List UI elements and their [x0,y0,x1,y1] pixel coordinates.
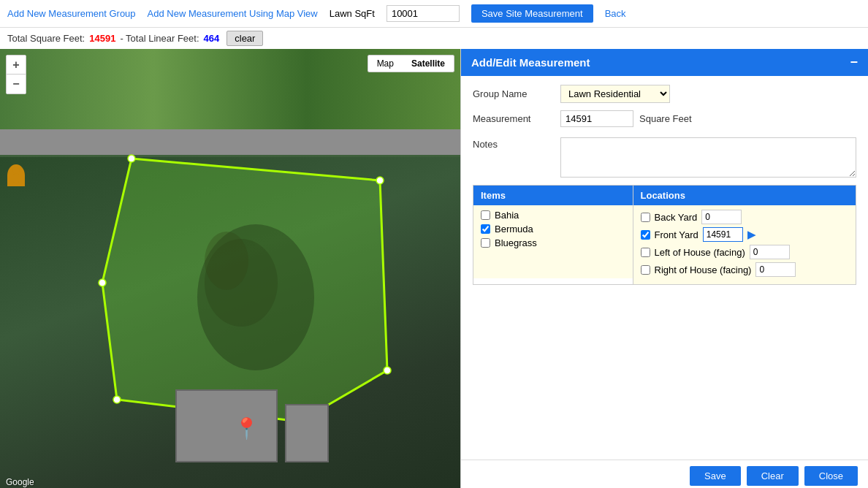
frontyard-label: Front Yard [655,229,698,240]
locations-header: Locations [633,186,856,205]
svg-point-6 [99,279,106,286]
backyard-checkbox[interactable] [641,213,650,222]
svg-point-5 [113,396,121,403]
panel-header: Add/Edit Measurement − [461,49,868,76]
lawn-sqft-input[interactable] [387,5,460,22]
bermuda-label: Bermuda [495,224,533,235]
list-item: Front Yard ▶ [641,227,849,242]
frontyard-checkbox[interactable] [641,230,650,240]
svg-point-2 [376,177,384,184]
total-lf-value: 464 [204,33,220,44]
measurement-input[interactable] [560,110,633,127]
map-satellite-toggle: Map Satellite [368,55,454,72]
group-name-select[interactable]: Lawn Residential Lawn Commercial Garden … [560,85,670,103]
list-item: Bermuda [481,224,625,235]
measurement-control: Square Feet [560,110,856,127]
satellite-toggle-button[interactable]: Satellite [403,56,454,72]
house-outline [175,389,278,462]
list-item: Left of House (facing) [641,245,849,259]
frontyard-arrow-icon: ▶ [747,229,755,240]
leftofhouse-input[interactable] [750,245,790,259]
notes-row: Notes [473,134,856,178]
svg-point-3 [384,367,391,374]
items-list: Bahia Bermuda Bluegrass [473,205,633,278]
add-new-group-link[interactable]: Add New Measurement Group [7,8,136,19]
square-feet-label: Square Feet [639,113,692,124]
street-view-person[interactable] [7,164,25,186]
map-controls: + − [6,55,26,94]
notes-label: Notes [473,134,560,150]
group-name-control: Lawn Residential Lawn Commercial Garden … [560,85,856,103]
right-panel: Add/Edit Measurement − Group Name Lawn R… [460,49,868,488]
locations-list: Back Yard Front Yard ▶ Left of House (fa… [633,205,856,284]
total-lf-label: - Total Linear Feet: [120,33,199,44]
backyard-label: Back Yard [655,212,698,223]
bermuda-checkbox[interactable] [481,224,490,234]
bluegrass-label: Bluegrass [495,237,537,248]
map-toggle-button[interactable]: Map [368,56,403,72]
road [0,126,460,155]
total-sqft-value: 14591 [89,33,115,44]
frontyard-input[interactable] [703,227,743,242]
notes-control [560,134,856,178]
close-button[interactable]: Close [804,466,858,486]
svg-rect-11 [13,174,19,183]
locations-column: Locations Back Yard Front Yard ▶ [633,185,857,285]
notes-textarea[interactable] [560,137,856,178]
save-site-button[interactable]: Save Site Measurement [471,4,593,23]
save-button[interactable]: Save [690,466,741,486]
list-item: Bluegrass [481,237,625,248]
measurement-label: Measurement [473,113,560,124]
zoom-out-button[interactable]: − [7,75,26,94]
location-pin: 📍 [234,416,259,441]
list-item: Back Yard [641,210,849,224]
total-sqft-label: Total Square Feet: [7,33,85,44]
items-column: Items Bahia Bermuda Bluegrass [473,185,633,285]
zoom-in-button[interactable]: + [7,56,26,75]
stats-bar: Total Square Feet: 14591 - Total Linear … [0,28,868,49]
panel-title: Add/Edit Measurement [471,56,590,69]
items-locations-section: Items Bahia Bermuda Bluegrass [473,185,856,285]
clear-button[interactable]: clear [226,31,263,46]
svg-point-10 [12,167,20,174]
group-name-label: Group Name [473,88,560,99]
main-area: + − Map Satellite 📍 Google Add/Edit Meas… [0,49,868,488]
svg-point-1 [128,155,135,162]
rightofhouse-checkbox[interactable] [641,265,650,275]
map-area: + − Map Satellite 📍 Google [0,49,460,488]
person-icon [9,166,23,185]
bahia-checkbox[interactable] [481,210,490,220]
svg-rect-12 [12,183,15,185]
google-watermark: Google [6,477,34,487]
list-item: Right of House (facing) [641,262,849,277]
bahia-label: Bahia [495,210,519,221]
leftofhouse-label: Left of House (facing) [655,247,745,258]
measurement-row: Measurement Square Feet [473,110,856,127]
panel-footer: Save Clear Close [461,460,868,488]
back-link[interactable]: Back [605,8,626,19]
svg-point-9 [205,232,248,290]
bluegrass-checkbox[interactable] [481,238,490,248]
items-header: Items [473,186,633,205]
list-item: Bahia [481,210,625,221]
lawn-sqft-label: Lawn SqFt [330,8,375,19]
top-bar: Add New Measurement Group Add New Measur… [0,0,868,28]
vehicle-outline [285,404,329,462]
leftofhouse-checkbox[interactable] [641,248,650,257]
panel-minimize-button[interactable]: − [850,55,858,70]
svg-rect-13 [17,183,20,185]
rightofhouse-input[interactable] [755,262,796,277]
clear-footer-button[interactable]: Clear [747,466,799,486]
group-name-row: Group Name Lawn Residential Lawn Commerc… [473,85,856,103]
add-map-view-link[interactable]: Add New Measurement Using Map View [148,8,318,19]
backyard-input[interactable] [701,210,742,224]
rightofhouse-label: Right of House (facing) [655,264,752,275]
panel-body: Group Name Lawn Residential Lawn Commerc… [461,76,868,460]
